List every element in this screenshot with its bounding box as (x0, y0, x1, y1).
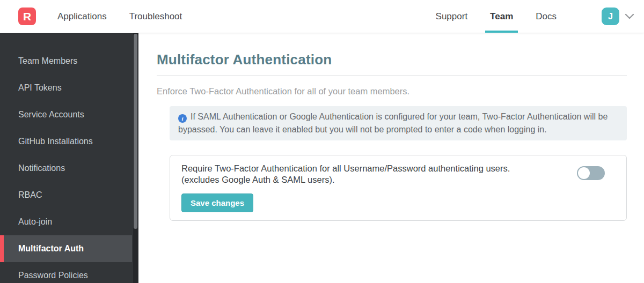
mfa-setting-card: Require Two-Factor Authentication for al… (170, 155, 627, 221)
sidebar-item-rbac[interactable]: RBAC (0, 182, 132, 208)
sidebar-item-team-members[interactable]: Team Members (0, 48, 132, 75)
nav-item-team[interactable]: Team (490, 0, 513, 33)
sidebar-item-api-tokens[interactable]: API Tokens (0, 75, 132, 101)
sidebar-scrollbar-track (133, 33, 138, 283)
nav-item-troubleshoot[interactable]: Troubleshoot (129, 0, 182, 33)
title-divider (157, 75, 627, 76)
nav-item-applications[interactable]: Applications (57, 0, 107, 33)
sidebar-item-notifications[interactable]: Notifications (0, 155, 132, 182)
nav-item-support[interactable]: Support (436, 0, 468, 33)
mfa-toggle[interactable] (577, 166, 605, 180)
sidebar-scrollbar-thumb[interactable] (134, 34, 137, 229)
save-changes-button[interactable]: Save changes (181, 193, 253, 212)
sidebar: Team Members API Tokens Service Accounts… (0, 33, 138, 283)
nav-left-group: Applications Troubleshoot (57, 0, 182, 33)
mfa-setting-label-line1: Require Two-Factor Authentication for al… (181, 163, 564, 174)
user-avatar[interactable]: J (602, 8, 619, 25)
logo-letter: R (23, 10, 31, 23)
nav-right-group: Support Team Docs J (436, 0, 644, 33)
page-subtitle: Enforce Two-Factor Authentication for al… (157, 86, 627, 96)
info-icon: i (178, 114, 187, 123)
user-menu: J (602, 8, 636, 25)
mfa-toggle-knob (578, 167, 590, 179)
page-body: Team Members API Tokens Service Accounts… (0, 33, 644, 283)
info-banner-text: If SAML Authentication or Google Authent… (178, 112, 608, 134)
page-title: Multifactor Authentication (157, 51, 627, 68)
top-navbar: R Applications Troubleshoot Support Team… (0, 0, 644, 33)
chevron-down-icon[interactable] (623, 11, 636, 21)
sidebar-item-service-accounts[interactable]: Service Accounts (0, 101, 132, 128)
sidebar-item-multifactor-auth[interactable]: Multifactor Auth (0, 235, 132, 262)
mfa-setting-label-line2: (excludes Google Auth & SAML users). (181, 174, 564, 185)
sidebar-item-password-policies[interactable]: Password Policies (0, 262, 132, 283)
rollbar-logo[interactable]: R (18, 8, 36, 25)
sidebar-item-github-installations[interactable]: GitHub Installations (0, 128, 132, 155)
mfa-setting-label: Require Two-Factor Authentication for al… (181, 163, 564, 185)
info-banner: iIf SAML Authentication or Google Authen… (170, 106, 627, 140)
sidebar-item-auto-join[interactable]: Auto-join (0, 208, 132, 235)
main-content: Multifactor Authentication Enforce Two-F… (138, 33, 644, 283)
nav-item-docs[interactable]: Docs (536, 0, 557, 33)
